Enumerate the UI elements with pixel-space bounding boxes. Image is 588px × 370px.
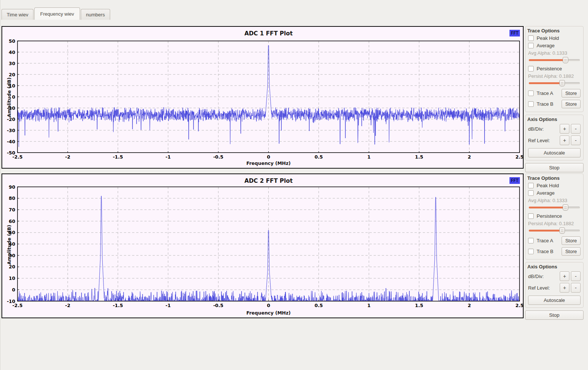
average-row[interactable]: Average: [528, 43, 581, 48]
svg-text:-10: -10: [7, 299, 15, 304]
persist-alpha-label: Persist Alpha: 0.1882: [528, 73, 581, 79]
trace-options-legend: Trace Options: [527, 175, 581, 181]
db-div-label: dB/Div:: [528, 126, 544, 132]
trace-a-store-button[interactable]: Store: [562, 236, 581, 245]
ref-level-plus-button[interactable]: +: [560, 135, 569, 145]
trace-a-check-row[interactable]: Trace A: [528, 90, 553, 96]
trace-a-store-button[interactable]: Store: [562, 89, 581, 98]
svg-text:0: 0: [267, 303, 270, 308]
fft-plot-canvas[interactable]: -2.5-2-1.5-1-0.500.511.522.550403020100-…: [2, 27, 523, 168]
peak-hold-checkbox[interactable]: [528, 35, 534, 41]
svg-text:90: 90: [9, 184, 16, 190]
axis-options-group: Axis Options dB/Div: + - Ref Level: + - …: [525, 115, 584, 160]
trace-a-row: Trace A Store: [528, 89, 581, 98]
svg-text:1: 1: [367, 154, 371, 160]
y-axis-label: Amplitude (dB): [6, 68, 12, 127]
slider-track: [529, 59, 580, 61]
average-label: Average: [537, 43, 555, 48]
peak-hold-checkbox[interactable]: [528, 183, 534, 188]
trace-b-check-row[interactable]: Trace B: [528, 101, 553, 107]
trace-b-store-button[interactable]: Store: [562, 247, 581, 256]
fft-badge[interactable]: FFT: [509, 177, 520, 184]
peak-hold-row[interactable]: Peak Hold: [528, 35, 581, 41]
svg-text:0: 0: [267, 154, 270, 160]
trace-b-check-row[interactable]: Trace B: [528, 249, 553, 254]
svg-text:1.5: 1.5: [415, 154, 423, 160]
svg-text:-50: -50: [7, 150, 15, 156]
trace-b-checkbox[interactable]: [528, 101, 534, 107]
slider-handle[interactable]: [563, 57, 568, 63]
tab-frequency-view[interactable]: Frequency wiev: [34, 7, 80, 20]
tab-time-view[interactable]: Time wiev: [1, 9, 33, 20]
ref-level-label: Ref Level:: [528, 285, 550, 291]
svg-text:1.5: 1.5: [415, 303, 423, 308]
db-div-minus-button[interactable]: -: [571, 271, 581, 281]
trace-b-label: Trace B: [537, 249, 553, 254]
svg-text:-0.5: -0.5: [213, 303, 223, 308]
db-div-label: dB/Div:: [528, 274, 544, 279]
ref-level-minus-button[interactable]: -: [571, 283, 581, 293]
svg-text:-1.5: -1.5: [113, 154, 123, 160]
persist-alpha-slider[interactable]: [529, 80, 580, 87]
persistence-checkbox[interactable]: [528, 66, 534, 71]
stop-button[interactable]: Stop: [525, 310, 584, 320]
chart-title: ADC 1 FFT Plot: [17, 30, 520, 37]
trace-b-store-button[interactable]: Store: [562, 100, 581, 108]
trace-a-checkbox[interactable]: [528, 90, 534, 96]
trace-b-checkbox[interactable]: [528, 249, 534, 254]
slider-handle[interactable]: [559, 80, 565, 86]
ref-level-minus-button[interactable]: -: [571, 135, 581, 145]
trace-b-row: Trace B Store: [528, 100, 581, 108]
svg-text:0: 0: [12, 94, 15, 100]
svg-text:0: 0: [12, 287, 15, 293]
svg-text:70: 70: [9, 207, 16, 213]
x-axis-label: Frequency (MHz): [17, 310, 520, 316]
trace-a-checkbox[interactable]: [528, 238, 534, 243]
db-div-row: dB/Div: + -: [528, 271, 581, 281]
svg-text:40: 40: [9, 50, 16, 55]
slider-handle[interactable]: [563, 204, 568, 211]
average-checkbox[interactable]: [528, 43, 534, 48]
average-label: Average: [537, 190, 555, 196]
persistence-row[interactable]: Persistence: [528, 66, 581, 71]
fft-badge[interactable]: FFT: [509, 30, 520, 36]
avg-alpha-slider[interactable]: [529, 204, 580, 211]
trace-b-label: Trace B: [537, 101, 553, 107]
tab-numbers[interactable]: numbers: [81, 9, 110, 20]
ref-level-plus-button[interactable]: +: [560, 283, 569, 293]
ref-level-row: Ref Level: + -: [528, 135, 581, 145]
avg-alpha-slider[interactable]: [529, 57, 580, 64]
trace-b-row: Trace B Store: [528, 247, 581, 256]
svg-text:2: 2: [468, 154, 471, 160]
frequency-view-content: ADC 1 FFT Plot FFT Amplitude (dB) Freque…: [0, 26, 588, 320]
db-div-plus-button[interactable]: +: [560, 271, 569, 281]
svg-text:1: 1: [367, 303, 371, 308]
adc1-fft-plot-panel: ADC 1 FFT Plot FFT Amplitude (dB) Freque…: [1, 26, 524, 169]
chart-title: ADC 2 FFT Plot: [17, 178, 520, 184]
fft-plot-canvas[interactable]: -2.5-2-1.5-1-0.500.511.522.5908070605040…: [2, 174, 523, 318]
trace-options-group: Trace Options Peak Hold Average Avg Alph…: [525, 173, 584, 259]
slider-track: [529, 230, 580, 232]
svg-text:10: 10: [9, 275, 16, 281]
svg-text:-30: -30: [7, 128, 15, 133]
trace-a-check-row[interactable]: Trace A: [528, 238, 553, 243]
trace-a-row: Trace A Store: [528, 236, 581, 245]
persist-alpha-slider[interactable]: [529, 227, 580, 234]
db-div-minus-button[interactable]: -: [571, 124, 581, 134]
average-checkbox[interactable]: [528, 190, 534, 196]
persist-alpha-label: Persist Alpha: 0.1882: [528, 221, 581, 226]
svg-text:50: 50: [9, 38, 16, 44]
stop-button[interactable]: Stop: [525, 163, 584, 172]
persistence-checkbox[interactable]: [528, 213, 534, 219]
svg-text:-2: -2: [65, 303, 70, 308]
db-div-plus-button[interactable]: +: [560, 124, 569, 134]
autoscale-button[interactable]: Autoscale: [528, 148, 581, 157]
persistence-row[interactable]: Persistence: [528, 213, 581, 219]
svg-text:-2: -2: [65, 154, 70, 160]
peak-hold-row[interactable]: Peak Hold: [528, 183, 581, 188]
autoscale-button[interactable]: Autoscale: [528, 296, 581, 305]
axis-options-group: Axis Options dB/Div: + - Ref Level: + - …: [525, 262, 584, 308]
slider-handle[interactable]: [559, 227, 565, 234]
average-row[interactable]: Average: [528, 190, 581, 196]
persistence-label: Persistence: [537, 66, 562, 71]
